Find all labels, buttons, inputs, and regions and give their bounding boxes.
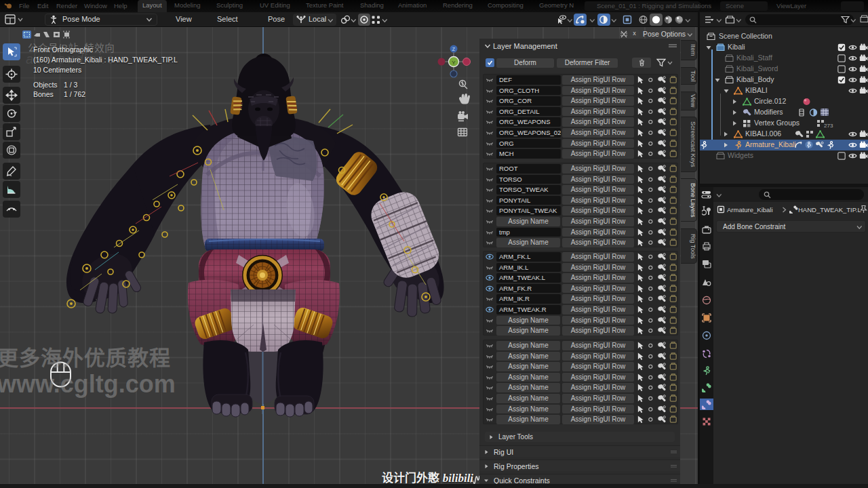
svg-text:Y: Y	[452, 60, 456, 66]
svg-text:Z: Z	[452, 47, 456, 52]
